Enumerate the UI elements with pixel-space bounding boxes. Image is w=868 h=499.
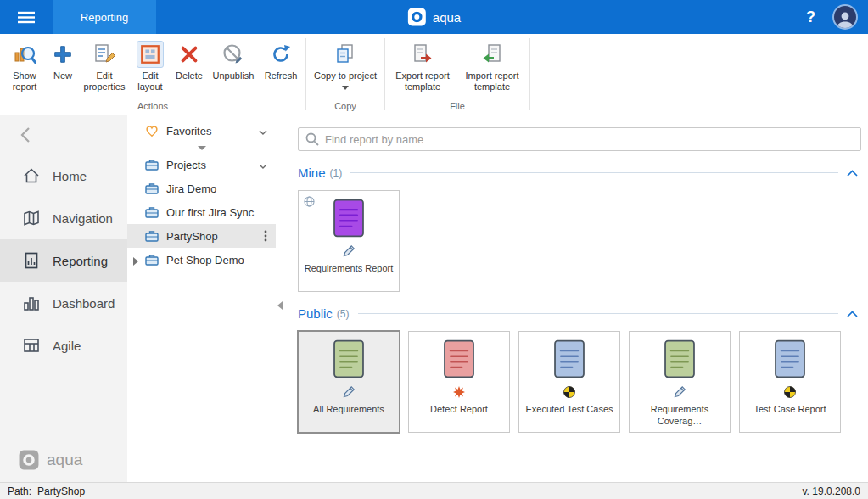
refresh-button[interactable]: Refresh [259,36,303,100]
copy-to-project-icon [333,41,357,68]
chevron-down-icon[interactable] [259,159,267,171]
avatar[interactable] [832,4,858,30]
report-card-label: Requirements Report [300,262,398,274]
collapse-sidebar-button[interactable] [0,115,127,154]
ribbon-group-label-copy: Copy [306,100,384,115]
copy-to-project-button[interactable]: Copy to project [309,36,382,100]
ribbon-group-actions: Show report New Edit properties [0,34,305,115]
edit-badge-icon [342,244,356,258]
export-report-template-button[interactable]: Export report template [388,36,457,100]
expand-arrow-icon[interactable] [133,255,138,268]
path-label: Path: [8,485,31,497]
path-value: PartyShop [37,485,85,497]
show-report-button[interactable]: Show report [3,36,47,100]
ribbon-group-label-file: File [385,100,529,115]
menu-button[interactable] [0,0,53,34]
briefcase-icon [144,181,160,196]
edit-properties-button[interactable]: Edit properties [79,36,130,100]
item-menu-button[interactable] [264,230,267,242]
app-name: aqua [433,10,461,25]
topbar-right: ? [806,4,868,30]
tab-reporting[interactable]: Reporting [53,0,156,34]
sidebar-item-home[interactable]: Home [0,154,127,197]
sidebar-item-agile[interactable]: Agile [0,324,127,367]
tree-item-jira-demo[interactable]: Jira Demo [127,177,276,200]
unpublish-button[interactable]: Unpublish [208,36,259,100]
unpublish-label: Unpublish [213,70,255,81]
help-button[interactable]: ? [806,8,815,26]
delete-button[interactable]: Delete [171,36,208,100]
bar-chart-icon [22,294,41,312]
user-icon [835,9,855,28]
section-public-header: Public (5) [298,306,861,321]
section-title: Mine [298,165,326,180]
section-mine-header: Mine (1) [298,165,861,180]
edit-properties-icon [92,41,116,68]
section-divider [358,313,838,314]
test-badge-icon [783,384,797,399]
edit-layout-label: Edit layout [132,70,169,93]
aqua-footer-text: aqua [47,451,82,469]
public-cards: All Requirements Defect Report Executed … [298,331,861,433]
sidebar-item-navigation[interactable]: Navigation [0,197,127,239]
sidebar-item-dashboard[interactable]: Dashboard [0,282,127,324]
report-card-test-case-report[interactable]: Test Case Report [739,331,841,433]
edit-layout-icon [137,41,164,68]
briefcase-icon [144,157,160,172]
sidebar-item-reporting[interactable]: Reporting [0,239,127,282]
export-template-label: Export report template [389,70,456,93]
tree-favorites[interactable]: Favorites [127,119,276,143]
mine-cards: Requirements Report [298,190,861,292]
chevron-down-icon[interactable] [259,125,267,137]
sidebar-item-label: Home [53,169,87,183]
show-report-label: Show report [4,70,45,93]
collapse-left-icon [277,301,283,310]
report-card-requirements-coverage[interactable]: Requirements Coverag… [629,331,731,433]
tree-item-partyshop[interactable]: PartyShop [127,224,276,248]
briefcase-icon [144,228,160,244]
edit-layout-button[interactable]: Edit layout [130,36,171,100]
app-logo: aqua [407,8,461,26]
tree-splitter-handle[interactable] [127,143,276,153]
report-search-input[interactable] [325,133,854,146]
report-card-all-requirements[interactable]: All Requirements [298,331,400,433]
map-icon [22,209,41,227]
sidebar-item-label: Reporting [53,254,108,268]
status-bar: Path: PartyShop v. 19.0.208.0 [0,482,868,499]
report-card-defect-report[interactable]: Defect Report [408,331,510,433]
report-card-executed-test-cases[interactable]: Executed Test Cases [518,331,620,433]
report-card-requirements-report[interactable]: Requirements Report [298,190,400,292]
ribbon-toolbar: Show report New Edit properties [0,34,868,115]
report-card-label: Executed Test Cases [521,403,617,415]
report-icon [22,251,41,270]
delete-label: Delete [176,70,203,81]
report-search [298,127,861,151]
new-button[interactable]: New [47,36,79,100]
tree-item-label: Our first Jira Sync [166,206,254,219]
new-plus-icon [52,41,74,68]
export-template-icon [411,41,434,68]
tree-item-pet-shop-demo[interactable]: Pet Shop Demo [127,248,276,272]
new-label: New [53,70,72,81]
tree-projects[interactable]: Projects [127,153,276,177]
version-label: v. 19.0.208.0 [803,485,861,497]
section-count: (5) [337,308,350,320]
report-card-label: All Requirements [309,403,389,415]
collapse-section-button[interactable] [847,311,861,317]
splitter-triangle-icon [198,146,206,150]
hamburger-icon [18,11,35,24]
report-doc-icon [443,339,475,382]
briefcase-icon [144,252,160,267]
project-tree-panel: Favorites Projects Jira Demo Our first J… [127,115,276,482]
kebab-icon [264,230,267,242]
ribbon-group-copy: Copy to project Copy [306,34,384,115]
board-icon [22,336,41,355]
collapse-section-button[interactable] [847,170,861,177]
globe-icon [304,195,315,210]
tree-item-our-first-jira-sync[interactable]: Our first Jira Sync [127,200,276,224]
tree-favorites-label: Favorites [166,125,211,137]
collapse-tree-button[interactable] [277,298,283,313]
import-report-template-button[interactable]: Import report template [457,36,527,100]
report-doc-icon [333,199,365,241]
unpublish-icon [221,41,245,68]
